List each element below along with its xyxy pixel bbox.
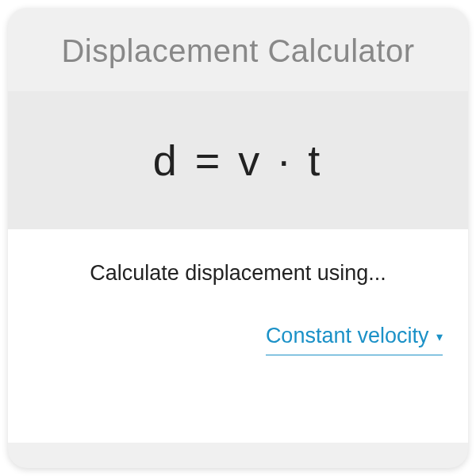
calculator-card: Displacement Calculator d = v · t Calcul… <box>8 8 468 468</box>
page-title: Displacement Calculator <box>8 8 468 91</box>
chevron-down-icon: ▾ <box>436 330 443 344</box>
prompt-text: Calculate displacement using... <box>33 261 443 286</box>
mode-select-wrap: Constant velocity ▾ <box>33 324 443 355</box>
mode-select[interactable]: Constant velocity ▾ <box>266 324 443 355</box>
formula-display: d = v · t <box>8 91 468 229</box>
content-area: Calculate displacement using... Constant… <box>8 229 468 443</box>
mode-select-label: Constant velocity <box>266 324 429 347</box>
